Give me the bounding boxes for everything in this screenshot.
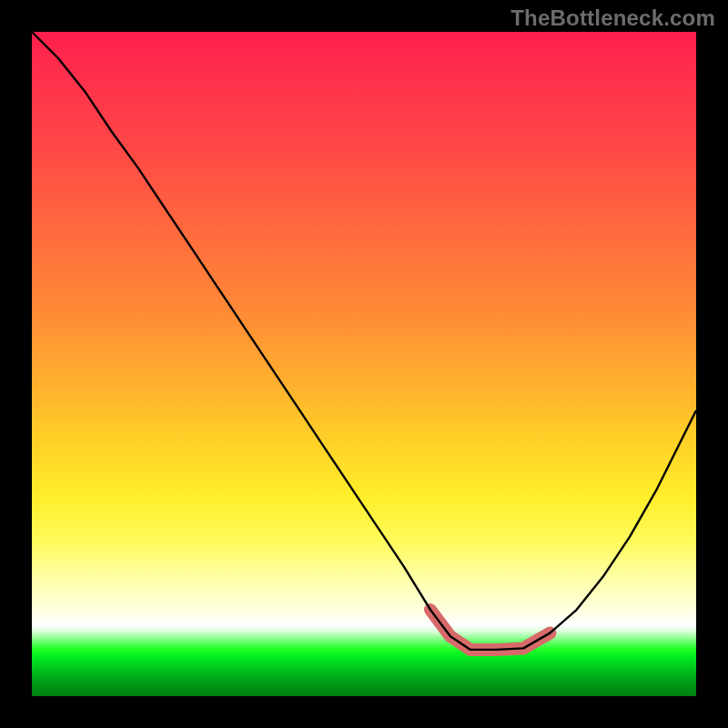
chart-frame: TheBottleneck.com xyxy=(0,0,728,728)
curve-layer xyxy=(32,32,696,696)
watermark-text: TheBottleneck.com xyxy=(511,5,715,31)
bottleneck-curve xyxy=(32,32,696,650)
plot-area xyxy=(32,32,696,696)
